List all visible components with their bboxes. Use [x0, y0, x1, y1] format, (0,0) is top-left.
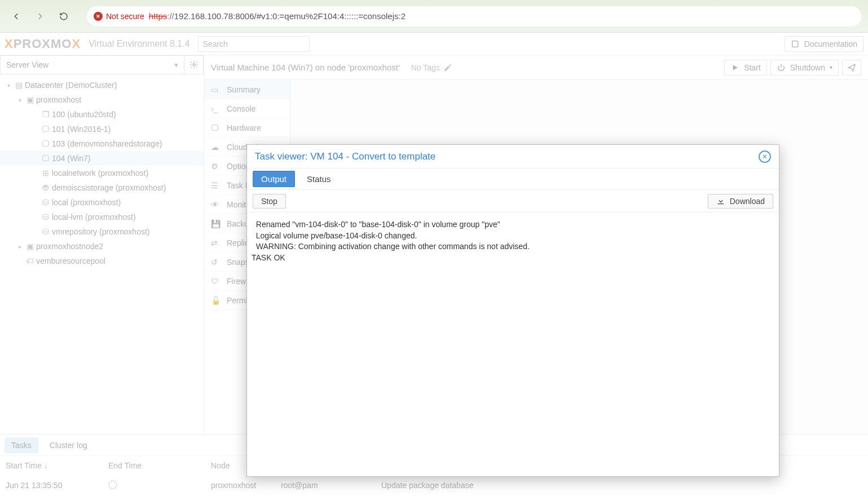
tree-network[interactable]: ⊞localnetwork (proxmoxhost): [0, 166, 204, 180]
cell-desc: Update package database: [376, 481, 868, 490]
main-toolbar: Virtual Machine 104 (Win7) on node 'prox…: [204, 55, 868, 80]
chevron-down-icon: ▾: [174, 60, 178, 69]
eye-icon: 👁: [211, 200, 220, 209]
close-icon: ✕: [762, 153, 768, 161]
monitor-icon: 🖵: [211, 123, 220, 132]
tab-status[interactable]: Status: [298, 171, 340, 187]
task-output: Renamed "vm-104-disk-0" to "base-104-dis…: [247, 212, 779, 476]
sidebar: Server View▾ ▾▤Datacenter (DemoCluster) …: [0, 55, 204, 434]
tree-vm100[interactable]: ❒100 (ubuntu20std): [0, 107, 204, 122]
disk-icon: ⛃: [39, 183, 52, 192]
spinner-icon: [108, 480, 117, 489]
sync-icon: ⇄: [211, 238, 220, 247]
datacenter-icon: ▤: [12, 81, 25, 90]
menu-hardware[interactable]: 🖵Hardware: [204, 118, 290, 138]
download-button[interactable]: Download: [708, 194, 773, 209]
menu-console[interactable]: ›_Console: [204, 99, 290, 118]
disk-icon: ⛁: [39, 212, 52, 222]
search-input[interactable]: [198, 36, 310, 52]
book-icon: [791, 39, 800, 48]
vm-title: Virtual Machine 104 (Win7) on node 'prox…: [211, 63, 400, 72]
tree-repo[interactable]: ⛁vmrepository (proxmoxhost): [0, 224, 204, 239]
play-icon: [730, 63, 739, 72]
history-icon: ↺: [211, 258, 220, 267]
cell-end: [103, 480, 205, 491]
power-icon: [777, 63, 786, 72]
console-launch-button[interactable]: [842, 60, 861, 76]
monitor-icon: 🖵: [39, 139, 52, 148]
cell-start: Jun 21 13:35:50: [0, 481, 103, 490]
tag-icon: 🏷: [24, 256, 36, 265]
cell-node: proxmoxhost: [205, 481, 275, 490]
close-button[interactable]: ✕: [759, 150, 771, 163]
server-icon: ▣: [24, 242, 36, 251]
col-end[interactable]: End Time: [103, 461, 205, 470]
task-row[interactable]: Jun 21 13:35:50 proxmoxhost root@pam Upd…: [0, 475, 868, 496]
warning-icon: [94, 12, 103, 21]
cell-user: root@pam: [275, 481, 376, 490]
unlock-icon: 🔓: [211, 296, 220, 305]
tab-output[interactable]: Output: [253, 171, 295, 187]
tree-local[interactable]: ⛁local (proxmoxhost): [0, 195, 204, 210]
resource-tree: ▾▤Datacenter (DemoCluster) ▾▣proxmoxhost…: [0, 74, 204, 434]
menu-summary[interactable]: ▭Summary: [204, 80, 290, 99]
start-button[interactable]: Start: [724, 60, 767, 76]
not-secure-label: Not secure: [106, 12, 144, 21]
not-secure-badge[interactable]: Not secure: [94, 12, 144, 21]
nav-forward-button[interactable]: [30, 7, 50, 26]
task-viewer-dialog: Task viewer: VM 104 - Convert to templat…: [246, 144, 779, 477]
tree-host2[interactable]: ▸▣proxmoxhostnode2: [0, 239, 204, 254]
version-label: Virtual Environment 8.1.4: [89, 39, 190, 49]
svg-point-0: [193, 64, 195, 66]
list-icon: ☰: [211, 181, 220, 190]
server-icon: ▣: [24, 95, 36, 104]
disk-icon: ⛁: [39, 198, 52, 207]
download-icon: [716, 197, 725, 206]
monitor-icon: 🖵: [39, 125, 52, 134]
cube-icon: ❒: [39, 110, 52, 119]
server-view-selector[interactable]: Server View▾: [0, 55, 184, 74]
pencil-icon: [443, 63, 452, 72]
tree-vm101[interactable]: 🖵101 (Win2016-1): [0, 122, 204, 136]
col-start[interactable]: Start Time ↓: [0, 461, 103, 470]
disk-icon: ⛁: [39, 227, 52, 236]
grid-icon: ⊞: [39, 169, 52, 178]
shield-icon: 🛡: [211, 277, 220, 286]
gear-icon: [190, 60, 199, 69]
chevron-down-icon: ▾: [830, 64, 832, 70]
tree-iscsi[interactable]: ⛃demoiscsistorage (proxmoxhost): [0, 180, 204, 195]
proxmox-logo[interactable]: XPROXMOX: [5, 37, 81, 51]
send-icon: [847, 63, 856, 72]
shutdown-button[interactable]: Shutdown▾: [770, 60, 839, 76]
tree-vm103[interactable]: 🖵103 (demovmonsharedstorage): [0, 136, 204, 151]
terminal-icon: ›_: [211, 104, 220, 113]
tree-datacenter[interactable]: ▾▤Datacenter (DemoCluster): [0, 78, 204, 92]
gear-button[interactable]: [184, 55, 204, 74]
tree-lvm[interactable]: ⛁local-lvm (proxmoxhost): [0, 210, 204, 224]
url-bar[interactable]: Not secure https://192.168.100.78:8006/#…: [87, 6, 861, 26]
tree-pool[interactable]: 🏷vemburesourcepool: [0, 254, 204, 268]
tree-vm104[interactable]: 🖵104 (Win7): [0, 151, 204, 166]
browser-chrome: Not secure https://192.168.100.78:8006/#…: [0, 0, 868, 33]
monitor-icon: 🖵: [39, 154, 52, 163]
tab-cluster-log[interactable]: Cluster log: [43, 437, 94, 453]
nav-back-button[interactable]: [7, 7, 26, 26]
cloud-icon: ☁: [211, 143, 220, 152]
tab-tasks[interactable]: Tasks: [5, 437, 38, 453]
documentation-button[interactable]: Documentation: [785, 36, 863, 52]
dialog-title: Task viewer: VM 104 - Convert to templat…: [255, 151, 435, 162]
gear-icon: ⚙: [211, 162, 220, 171]
nav-reload-button[interactable]: [54, 7, 73, 26]
url-text: https://192.168.100.78:8006/#v1:0:=qemu%…: [149, 11, 406, 21]
stop-button[interactable]: Stop: [253, 194, 286, 209]
save-icon: 💾: [211, 219, 220, 228]
topbar: XPROXMOX Virtual Environment 8.1.4 Docum…: [0, 33, 868, 55]
tags-area[interactable]: No Tags: [411, 63, 452, 72]
tree-host1[interactable]: ▾▣proxmoxhost: [0, 92, 204, 107]
book-icon: ▭: [211, 85, 220, 94]
